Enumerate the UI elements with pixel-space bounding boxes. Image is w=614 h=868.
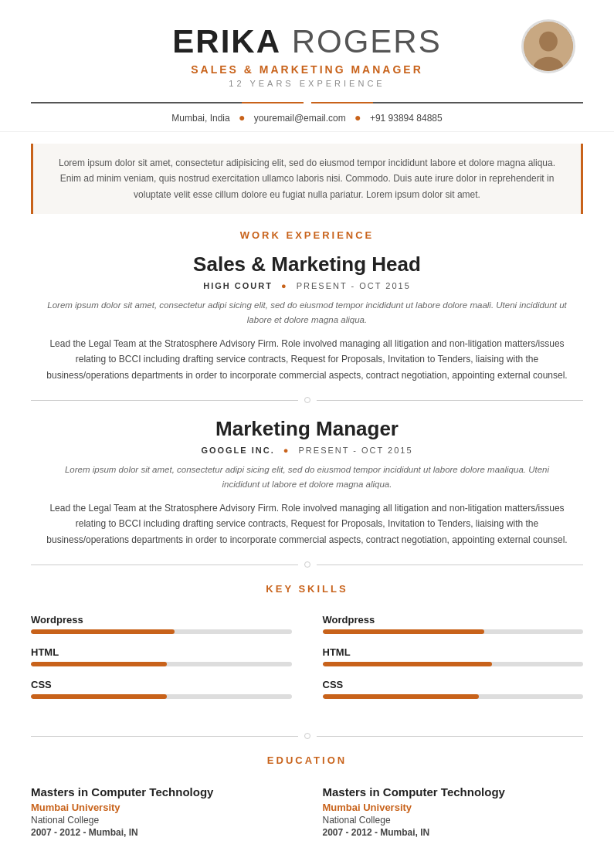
skill-left-3-name: CSS bbox=[31, 679, 292, 690]
skill-left-1-name: Wordpress bbox=[31, 614, 292, 626]
avatar bbox=[521, 19, 575, 73]
skill-left-2-name: HTML bbox=[31, 646, 292, 658]
skill-right-1: Wordpress bbox=[323, 614, 584, 634]
skills-divider-line-right bbox=[317, 565, 584, 565]
job-2-dates: PRESENT - OCT 2015 bbox=[299, 446, 413, 455]
skill-right-3-bar-fill bbox=[323, 694, 480, 699]
dot-2: ● bbox=[354, 111, 361, 124]
skill-right-1-bar-fill bbox=[323, 629, 484, 634]
skill-right-3-bar-bg bbox=[323, 694, 584, 699]
divider-3 bbox=[31, 733, 583, 739]
skill-left-3: CSS bbox=[31, 679, 292, 699]
skill-right-3-name: CSS bbox=[323, 679, 584, 690]
line-accent-left bbox=[242, 102, 304, 103]
edu-left-degree: Masters in Computer Technology bbox=[31, 785, 292, 798]
edu-right: Masters in Computer Technology Mumbai Un… bbox=[323, 785, 584, 838]
skill-left-3-bar-fill bbox=[31, 694, 167, 699]
skills-right: Wordpress HTML CSS bbox=[323, 614, 584, 711]
key-skills-header: KEY SKILLS bbox=[0, 583, 614, 595]
job-1-dates: PRESENT - OCT 2015 bbox=[297, 281, 411, 290]
header-experience: 12 YEARS EXPERIENCE bbox=[31, 79, 583, 88]
skill-right-1-name: Wordpress bbox=[323, 614, 584, 626]
edu-left: Masters in Computer Technology Mumbai Un… bbox=[31, 785, 292, 838]
skills-left: Wordpress HTML CSS bbox=[31, 614, 292, 711]
edu-divider-line-right bbox=[317, 736, 584, 737]
job-2-dot: ● bbox=[283, 446, 290, 455]
skill-left-2-bar-bg bbox=[31, 662, 292, 666]
job-1-desc-italic: Lorem ipsum dolor sit amet, consectetur … bbox=[46, 298, 568, 327]
dot-1: ● bbox=[239, 111, 245, 124]
edu-right-college: National College bbox=[323, 815, 584, 826]
divider-line-left bbox=[31, 400, 298, 401]
skill-right-1-bar-bg bbox=[323, 629, 584, 634]
edu-right-years: 2007 - 2012 - Mumbai, IN bbox=[323, 827, 584, 838]
edu-right-degree: Masters in Computer Technology bbox=[323, 785, 584, 798]
svg-point-1 bbox=[539, 32, 558, 52]
edu-left-university: Mumbai University bbox=[31, 802, 292, 813]
divider-2 bbox=[31, 561, 583, 568]
skill-left-3-bar-bg bbox=[31, 694, 292, 699]
header-title: SALES & MARKETING MANAGER bbox=[31, 63, 583, 76]
first-name: ERIKA bbox=[172, 23, 281, 59]
job-1-company: HIGH COURT ● PRESENT - OCT 2015 bbox=[0, 281, 614, 290]
avatar-image bbox=[524, 22, 573, 71]
edu-left-location: Mumbai, IN bbox=[89, 827, 138, 838]
edu-left-dash: - bbox=[83, 827, 88, 838]
divider-line-right bbox=[317, 400, 584, 401]
line-left bbox=[31, 102, 242, 103]
job-2-desc-italic: Lorem ipsum dolor sit amet, consectetur … bbox=[46, 463, 568, 491]
edu-divider-dot bbox=[304, 733, 310, 739]
skill-right-2-bar-fill bbox=[323, 662, 492, 666]
education-container: Masters in Computer Technology Mumbai Un… bbox=[0, 778, 614, 861]
skill-left-1: Wordpress bbox=[31, 614, 292, 634]
edu-left-years: 2007 - 2012 - Mumbai, IN bbox=[31, 827, 292, 838]
resume-container: ERIKA ROGERS SALES & MARKETING MANAGER 1… bbox=[0, 0, 614, 868]
header-name: ERIKA ROGERS bbox=[31, 23, 583, 60]
contact-bar: Mumbai, India ● youremail@email.com ● +9… bbox=[0, 103, 614, 132]
work-experience-header: WORK EXPERIENCE bbox=[0, 229, 614, 241]
line-right bbox=[373, 102, 584, 103]
skill-right-3: CSS bbox=[323, 679, 584, 699]
skill-left-2: HTML bbox=[31, 646, 292, 666]
edu-right-location: Mumbai, IN bbox=[380, 827, 429, 838]
skill-left-1-bar-bg bbox=[31, 629, 292, 634]
job-2-title: Marketing Manager bbox=[0, 417, 614, 441]
job-2-company-name: GOOGLE INC. bbox=[201, 446, 274, 455]
edu-left-years-bold: 2007 - 2012 bbox=[31, 827, 80, 838]
edu-divider-line-left bbox=[31, 736, 298, 737]
header: ERIKA ROGERS SALES & MARKETING MANAGER 1… bbox=[0, 0, 614, 96]
edu-right-years-bold: 2007 - 2012 bbox=[323, 827, 372, 838]
skill-right-2: HTML bbox=[323, 646, 584, 666]
contact-email: youremail@email.com bbox=[254, 113, 346, 124]
job-1: Sales & Marketing Head HIGH COURT ● PRES… bbox=[0, 253, 614, 383]
job-1-dot: ● bbox=[281, 281, 288, 290]
contact-location: Mumbai, India bbox=[171, 113, 229, 124]
divider-dot bbox=[304, 397, 310, 403]
line-accent-right bbox=[311, 102, 373, 103]
job-1-company-name: HIGH COURT bbox=[203, 281, 273, 290]
skills-divider-line-left bbox=[31, 565, 298, 565]
skill-left-2-bar-fill bbox=[31, 662, 167, 666]
contact-phone: +91 93894 84885 bbox=[370, 113, 443, 124]
job-2-company: GOOGLE INC. ● PRESENT - OCT 2015 bbox=[0, 446, 614, 455]
skill-left-1-bar-fill bbox=[31, 629, 175, 634]
job-2-desc: Lead the Legal Team at the Stratosphere … bbox=[46, 500, 568, 548]
job-1-desc: Lead the Legal Team at the Stratosphere … bbox=[46, 336, 568, 383]
edu-right-university: Mumbai University bbox=[323, 802, 584, 813]
skills-container: Wordpress HTML CSS Wordpress bbox=[0, 606, 614, 719]
skill-right-2-bar-bg bbox=[323, 662, 584, 666]
edu-left-college: National College bbox=[31, 815, 292, 826]
job-2: Marketing Manager GOOGLE INC. ● PRESENT … bbox=[0, 417, 614, 548]
skill-right-2-name: HTML bbox=[323, 646, 584, 658]
skills-divider-dot bbox=[304, 561, 310, 568]
last-name: ROGERS bbox=[292, 23, 442, 59]
summary: Lorem ipsum dolor sit amet, consectetur … bbox=[31, 144, 583, 214]
education-header: EDUCATION bbox=[0, 754, 614, 766]
divider-1 bbox=[31, 397, 583, 403]
job-1-title: Sales & Marketing Head bbox=[0, 253, 614, 276]
